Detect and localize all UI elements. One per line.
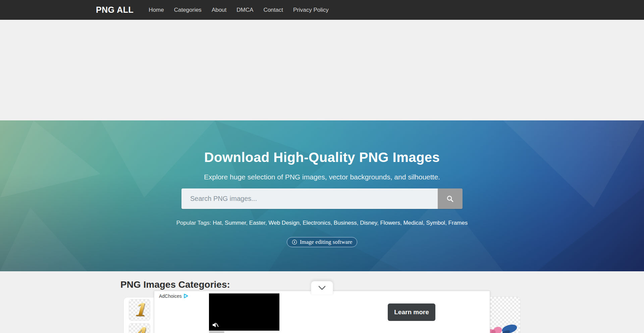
chevron-down-icon [317,285,327,291]
hero-subtitle: Explore huge selection of PNG images, ve… [0,173,644,181]
search-bar [181,188,463,209]
top-ad-slot [0,20,644,120]
tag-easter[interactable]: Easter [249,220,265,226]
page: PNG ALL HomeCategoriesAboutDMCAContactPr… [0,0,644,333]
tag-disney[interactable]: Disney [360,220,377,226]
image-editing-software-ad[interactable]: Image editing software [287,237,358,247]
video-progress-bar [209,331,224,333]
tag-summer[interactable]: Summer [225,220,246,226]
nav-item-about[interactable]: About [207,7,231,13]
tag-hat[interactable]: Hat [213,220,221,226]
nav-item-contact[interactable]: Contact [258,7,288,13]
learn-more-button[interactable]: Learn more [388,303,435,321]
tag-frames[interactable]: Frames [448,220,468,226]
search-icon [446,195,454,203]
adchoices-label: AdChoices [159,293,182,299]
tag-symbol[interactable]: Symbol [426,220,445,226]
anchor-ad: AdChoices Learn more [154,291,490,333]
lightning-circle-icon [292,239,297,245]
category-tile-number-1[interactable]: 1 [129,299,150,321]
ad-pill-label: Image editing software [300,239,353,245]
popular-tags-label: Popular Tags: [176,220,211,226]
adchoices-icon [183,293,189,299]
nav-item-home[interactable]: Home [144,7,169,13]
category-tile-number-4[interactable]: 4 [129,323,150,333]
tag-medical[interactable]: Medical [403,220,423,226]
ad-collapse-tab[interactable] [311,281,333,294]
tag-electronics[interactable]: Electronics [303,220,330,226]
hero-title: Download High-Quality PNG Images [0,120,644,165]
search-button[interactable] [438,188,463,209]
ad-video[interactable] [209,293,279,331]
tag-flowers[interactable]: Flowers [380,220,400,226]
nav-item-dmca[interactable]: DMCA [231,7,258,13]
hero-section: Download High-Quality PNG Images Explore… [0,120,644,271]
site-logo[interactable]: PNG ALL [96,5,133,15]
top-nav: PNG ALL HomeCategoriesAboutDMCAContactPr… [0,0,644,20]
search-input[interactable] [181,188,438,209]
categories-section: PNG Images Categories: 1 4 [0,271,644,333]
tag-web-design[interactable]: Web Design [269,220,300,226]
muted-speaker-icon [212,322,219,328]
nav-menu: HomeCategoriesAboutDMCAContactPrivacy Po… [144,7,333,13]
nav-item-privacy-policy[interactable]: Privacy Policy [288,7,334,13]
tag-list: Hat, Summer, Easter, Web Design, Electro… [213,220,468,226]
golden-number-4: 4 [133,325,146,333]
categories-heading: PNG Images Categories: [120,279,230,290]
popular-tags: Popular Tags: Hat, Summer, Easter, Web D… [0,220,644,226]
tag-business[interactable]: Business [334,220,357,226]
golden-number-1: 1 [133,301,146,319]
nav-item-categories[interactable]: Categories [169,7,207,13]
adchoices-link[interactable]: AdChoices [159,293,189,299]
